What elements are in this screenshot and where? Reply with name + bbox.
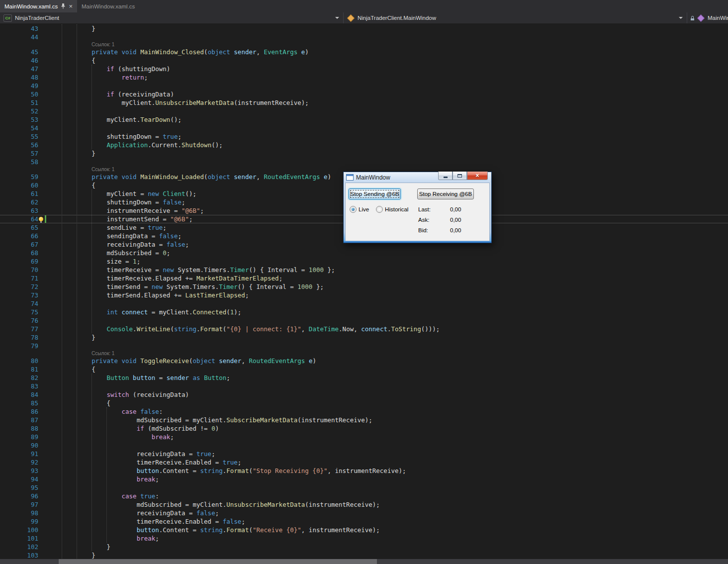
code-line[interactable]: 44 bbox=[0, 33, 728, 41]
horizontal-scrollbar-thumb[interactable] bbox=[59, 559, 377, 564]
code-line[interactable]: 101 break; bbox=[0, 534, 728, 543]
code-text: Button button = sender as Button; bbox=[47, 374, 230, 382]
line-number: 89 bbox=[0, 433, 38, 441]
line-number: 47 bbox=[0, 65, 38, 73]
code-line[interactable]: 80 private void ToggleReceive(object sen… bbox=[0, 357, 728, 365]
minimize-button[interactable] bbox=[438, 172, 453, 180]
member-dropdown[interactable]: MainWindow_Lo bbox=[687, 12, 728, 23]
code-text: if (mdSubscribed != 0) bbox=[47, 424, 219, 433]
code-text: timerSend = new System.Timers.Timer() { … bbox=[47, 282, 324, 291]
code-line[interactable]: 89 break; bbox=[0, 433, 728, 441]
glyph-margin bbox=[38, 232, 47, 240]
code-line[interactable]: 99 timerReceive.Enabled = false; bbox=[0, 517, 728, 526]
stop-sending-button[interactable]: Stop Sending @6B bbox=[349, 188, 401, 199]
code-line[interactable]: 102 } bbox=[0, 543, 728, 551]
code-line[interactable]: 87 mdSubscribed = myClient.SubscribeMark… bbox=[0, 416, 728, 424]
codelens-row[interactable]: Ссылок: 1 bbox=[0, 41, 728, 48]
code-line[interactable]: 72 timerSend = new System.Timers.Timer()… bbox=[0, 282, 728, 291]
project-dropdown[interactable]: C# NinjaTraderClient bbox=[0, 12, 344, 23]
historical-radio[interactable] bbox=[376, 206, 383, 213]
code-line[interactable]: 56 Application.Current.Shutdown(); bbox=[0, 141, 728, 149]
pin-icon[interactable] bbox=[61, 3, 66, 9]
code-line[interactable]: 74 bbox=[0, 299, 728, 308]
codelens-references[interactable]: Ссылок: 1 bbox=[47, 350, 114, 357]
code-line[interactable]: 93 button.Content = string.Format("Stop … bbox=[0, 467, 728, 475]
document-tab-strip: MainWindow.xaml.cs × MainWindow.xaml.cs bbox=[0, 0, 728, 12]
glyph-margin bbox=[38, 149, 47, 158]
code-line[interactable]: 79 bbox=[0, 342, 728, 350]
code-text: } bbox=[47, 24, 95, 33]
code-line[interactable]: 49 bbox=[0, 82, 728, 90]
code-line[interactable]: 97 mdSubscribed = myClient.UnsubscribeMa… bbox=[0, 500, 728, 509]
code-line[interactable]: 73 timerSend.Elapsed += LastTimerElapsed… bbox=[0, 291, 728, 299]
code-line[interactable]: 55 shuttingDown = true; bbox=[0, 132, 728, 141]
code-line[interactable]: 58 bbox=[0, 158, 728, 166]
close-icon[interactable]: × bbox=[69, 3, 73, 9]
code-line[interactable]: 50 if (receivingData) bbox=[0, 90, 728, 98]
code-line[interactable]: 95 bbox=[0, 483, 728, 492]
glyph-margin bbox=[38, 399, 47, 407]
code-line[interactable]: 47 if (shuttingDown) bbox=[0, 65, 728, 73]
code-line[interactable]: 84 switch (receivingData) bbox=[0, 390, 728, 399]
code-line[interactable]: 57 } bbox=[0, 149, 728, 158]
tab-label: MainWindow.xaml.cs bbox=[82, 3, 135, 9]
code-text: mdSubscribed = 0; bbox=[47, 249, 170, 257]
live-radio[interactable] bbox=[350, 206, 357, 213]
maximize-button[interactable] bbox=[453, 172, 467, 180]
glyph-margin bbox=[38, 282, 47, 291]
code-line[interactable]: 91 receivingData = true; bbox=[0, 450, 728, 458]
live-radio-label[interactable]: Live bbox=[359, 206, 369, 212]
code-line[interactable]: 92 timerReceive.Enabled = true; bbox=[0, 458, 728, 467]
code-line[interactable]: 88 if (mdSubscribed != 0) bbox=[0, 424, 728, 433]
glyph-margin bbox=[38, 223, 47, 232]
code-line[interactable]: 45 private void MainWindow_Closed(object… bbox=[0, 48, 728, 56]
code-line[interactable]: 78 } bbox=[0, 333, 728, 342]
code-line[interactable]: 83 bbox=[0, 382, 728, 390]
historical-radio-label[interactable]: Historical bbox=[385, 206, 408, 212]
code-line[interactable]: 86 case false: bbox=[0, 407, 728, 416]
code-line[interactable]: 75 int connect = myClient.Connected(1); bbox=[0, 308, 728, 316]
code-line[interactable]: 51 myClient.UnsubscribeMarketData(instru… bbox=[0, 98, 728, 107]
code-line[interactable]: 43 } bbox=[0, 24, 728, 33]
close-button[interactable]: × bbox=[467, 172, 488, 180]
codelens-row[interactable]: Ссылок: 1 bbox=[0, 350, 728, 357]
lightbulb-icon[interactable] bbox=[39, 217, 43, 221]
code-line[interactable]: 71 timerReceive.Elapsed += MarketDataTim… bbox=[0, 274, 728, 282]
code-line[interactable]: 54 bbox=[0, 124, 728, 132]
line-number: 72 bbox=[0, 282, 38, 291]
code-line[interactable]: 94 break; bbox=[0, 475, 728, 483]
codelens-references[interactable]: Ссылок: 1 bbox=[47, 41, 114, 48]
tab-mainwindow-xaml-cs[interactable]: MainWindow.xaml.cs bbox=[77, 0, 139, 12]
tab-mainwindow-xaml-cs-active[interactable]: MainWindow.xaml.cs × bbox=[0, 0, 77, 12]
code-line[interactable]: 98 receivingData = false; bbox=[0, 509, 728, 517]
glyph-margin bbox=[38, 441, 47, 450]
code-line[interactable]: 70 timerReceive = new System.Timers.Time… bbox=[0, 266, 728, 274]
horizontal-scrollbar[interactable] bbox=[0, 559, 728, 564]
type-dropdown[interactable]: NinjaTraderClient.MainWindow bbox=[344, 12, 687, 23]
code-line[interactable]: 90 bbox=[0, 441, 728, 450]
code-line[interactable]: 96 case true: bbox=[0, 492, 728, 500]
line-number: 57 bbox=[0, 149, 38, 158]
stop-receiving-button[interactable]: Stop Receiving @6B bbox=[417, 188, 474, 199]
code-line[interactable]: 100 button.Content = string.Format("Rece… bbox=[0, 526, 728, 534]
dialog-titlebar[interactable]: MainWindow × bbox=[344, 172, 491, 183]
code-text: size = 1; bbox=[47, 257, 140, 266]
line-number: 102 bbox=[0, 543, 38, 551]
code-line[interactable]: 85 { bbox=[0, 399, 728, 407]
code-text: } bbox=[47, 543, 110, 551]
codelens-references[interactable]: Ссылок: 1 bbox=[47, 166, 114, 173]
code-line[interactable]: 53 myClient.TearDown(); bbox=[0, 115, 728, 124]
code-line[interactable]: 48 return; bbox=[0, 73, 728, 82]
code-line[interactable]: 103 } bbox=[0, 551, 728, 559]
code-line[interactable]: 68 mdSubscribed = 0; bbox=[0, 249, 728, 257]
code-line[interactable]: 46 { bbox=[0, 56, 728, 65]
code-line[interactable]: 77 Console.WriteLine(string.Format("{0} … bbox=[0, 325, 728, 333]
line-number: 61 bbox=[0, 189, 38, 198]
code-editor[interactable]: 43 }44Ссылок: 145 private void MainWindo… bbox=[0, 23, 728, 559]
code-line[interactable]: 82 Button button = sender as Button; bbox=[0, 374, 728, 382]
code-line[interactable]: 69 size = 1; bbox=[0, 257, 728, 266]
code-line[interactable]: 81 { bbox=[0, 365, 728, 374]
indent-guide bbox=[106, 407, 107, 543]
code-line[interactable]: 76 bbox=[0, 316, 728, 325]
code-line[interactable]: 52 bbox=[0, 107, 728, 115]
